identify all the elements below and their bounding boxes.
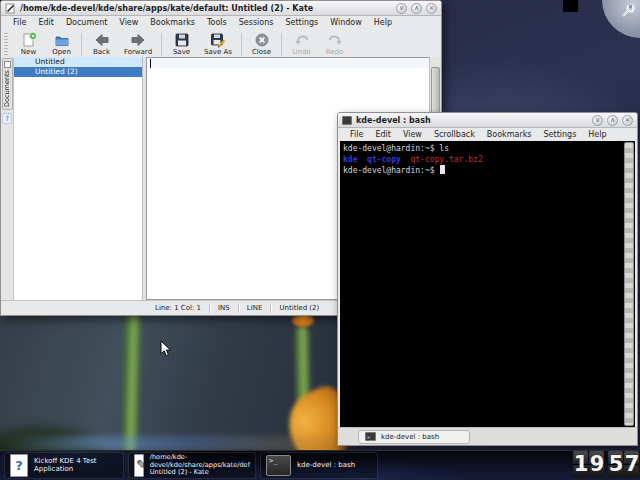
clock-digit: 5 bbox=[608, 451, 623, 478]
konsole-menubar: File Edit View Scrollback Bookmarks Sett… bbox=[338, 128, 637, 142]
terminal-prompt: kde-devel@hardin:~$ bbox=[343, 166, 439, 175]
konsole-tabbar: >_ kde-devel : bash bbox=[338, 427, 637, 445]
save-as-floppy-pencil-icon bbox=[210, 32, 226, 48]
scroll-up-arrow-icon[interactable] bbox=[430, 57, 441, 66]
menu-view[interactable]: View bbox=[113, 18, 144, 27]
terminal-text: kde-devel@hardin:~$ ls kde qt-copy qt-co… bbox=[340, 141, 623, 427]
terminal-area[interactable]: kde-devel@hardin:~$ ls kde qt-copy qt-co… bbox=[340, 141, 635, 427]
menu-document[interactable]: Document bbox=[60, 18, 113, 27]
menu-bookmarks[interactable]: Bookmarks bbox=[144, 18, 201, 27]
menu-help[interactable]: Help bbox=[582, 130, 612, 139]
menu-sessions[interactable]: Sessions bbox=[233, 18, 280, 27]
menu-settings[interactable]: Settings bbox=[279, 18, 324, 27]
task-label: kde-devel : bash bbox=[297, 462, 355, 470]
konsole-window: kde-devel : bash ∨ ∧ × File Edit View Sc… bbox=[337, 112, 638, 446]
document-list-item[interactable]: Untitled bbox=[14, 57, 142, 67]
toolbar-drag-handle[interactable] bbox=[4, 33, 8, 56]
clock-digit: 1 bbox=[573, 451, 588, 478]
close-document-button[interactable]: Close bbox=[245, 32, 278, 56]
black-notch bbox=[563, 0, 578, 12]
terminal-block-cursor bbox=[440, 165, 445, 174]
plasma-panel: ? Kickoff KDE 4 Test Application ✎ /home… bbox=[0, 450, 640, 480]
close-button[interactable]: × bbox=[622, 115, 633, 126]
maximize-button[interactable]: ∧ bbox=[607, 115, 618, 126]
menu-settings[interactable]: Settings bbox=[538, 130, 583, 139]
session-tab-label: kde-devel : bash bbox=[381, 433, 439, 441]
statusbar-line-mode: LINE bbox=[239, 304, 271, 312]
terminal-scrollbar-thumb[interactable] bbox=[624, 142, 634, 426]
kate-toolbar: New Open Back Forward bbox=[1, 30, 441, 58]
task-label: Application bbox=[34, 466, 97, 474]
terminal-archive-file: qt-copy.tar.bz2 bbox=[410, 155, 482, 164]
kate-titlebar[interactable]: /home/kde-devel/kde/share/apps/kate/defa… bbox=[1, 1, 441, 16]
menu-edit[interactable]: Edit bbox=[32, 18, 60, 27]
toolbar-label: Redo bbox=[326, 48, 344, 56]
menu-edit[interactable]: Edit bbox=[369, 130, 397, 139]
konsole-titlebar[interactable]: kde-devel : bash ∨ ∧ × bbox=[338, 113, 637, 128]
task-label: Untitled (2) - Kate bbox=[150, 469, 250, 477]
toolbar-separator bbox=[241, 33, 242, 56]
konsole-window-title: kde-devel : bash bbox=[356, 116, 431, 125]
menu-file[interactable]: File bbox=[344, 130, 369, 139]
current-line-highlight bbox=[147, 58, 429, 68]
taskbar-item-konsole[interactable]: >_ kde-devel : bash bbox=[260, 452, 378, 479]
toolbar-label: Forward bbox=[124, 48, 152, 56]
menu-tools[interactable]: Tools bbox=[201, 18, 233, 27]
menu-help[interactable]: Help bbox=[368, 18, 398, 27]
toolbar-separator bbox=[281, 33, 282, 56]
save-as-button[interactable]: Save As bbox=[198, 32, 238, 56]
taskbar-item-kickoff[interactable]: ? Kickoff KDE 4 Test Application bbox=[4, 452, 124, 479]
scrollbar-thumb[interactable] bbox=[431, 67, 440, 113]
terminal-scrollbar[interactable] bbox=[623, 141, 635, 427]
kate-app-icon bbox=[5, 3, 16, 14]
toolbar-label: Close bbox=[252, 48, 271, 56]
session-tab[interactable]: >_ kde-devel : bash bbox=[358, 430, 470, 444]
toolbar-separator bbox=[161, 33, 162, 56]
konsole-app-icon bbox=[342, 116, 352, 125]
document-list: Untitled Untitled (2) bbox=[14, 57, 143, 300]
menu-scrollback[interactable]: Scrollback bbox=[428, 130, 481, 139]
open-folder-icon bbox=[54, 32, 70, 48]
toolbar-label: Save bbox=[173, 48, 190, 56]
toolbar-label: Save As bbox=[204, 48, 232, 56]
documents-icon bbox=[4, 61, 11, 68]
menu-window[interactable]: Window bbox=[324, 18, 368, 27]
document-list-item-selected[interactable]: Untitled (2) bbox=[14, 67, 142, 77]
question-glyph: ? bbox=[11, 455, 27, 477]
clock-digit: 9 bbox=[589, 451, 604, 478]
menu-view[interactable]: View bbox=[397, 130, 428, 139]
kate-left-sidebar: Documents ? bbox=[1, 57, 14, 300]
sidebar-tab-documents[interactable]: Documents bbox=[2, 58, 13, 110]
menu-file[interactable]: File bbox=[7, 18, 32, 27]
statusbar-position: Line: 1 Col: 1 bbox=[147, 304, 209, 312]
statusbar-document-name: Untitled (2) bbox=[271, 304, 327, 312]
terminal-dir-kde: kde bbox=[343, 155, 357, 164]
digital-clock: 1 9 5 7 bbox=[573, 451, 639, 478]
shade-button[interactable]: ∨ bbox=[396, 3, 407, 14]
toolbar-separator bbox=[81, 33, 82, 56]
close-button[interactable]: × bbox=[426, 3, 437, 14]
wrench-icon bbox=[619, 4, 635, 20]
new-button[interactable]: New bbox=[12, 32, 45, 56]
back-arrow-icon bbox=[94, 32, 110, 48]
taskbar-item-kate[interactable]: ✎ /home/kde- devel/kde/share/apps/kate/d… bbox=[128, 452, 256, 479]
wallpaper-blue-streak bbox=[0, 436, 340, 451]
mouse-cursor bbox=[160, 340, 172, 361]
maximize-button[interactable]: ∧ bbox=[411, 3, 422, 14]
forward-arrow-icon bbox=[130, 32, 146, 48]
shade-button[interactable]: ∨ bbox=[592, 115, 603, 126]
text-caret bbox=[150, 59, 151, 68]
sidebar-tab-label: Documents bbox=[3, 70, 11, 107]
save-button[interactable]: Save bbox=[165, 32, 198, 56]
back-button[interactable]: Back bbox=[85, 32, 118, 56]
toolbar-label: New bbox=[21, 48, 36, 56]
open-button[interactable]: Open bbox=[45, 32, 78, 56]
sidebar-help-button[interactable]: ? bbox=[2, 113, 12, 124]
terminal-dir-qt-copy: qt-copy bbox=[367, 155, 401, 164]
toolbar-label: Back bbox=[93, 48, 110, 56]
redo-button: Redo bbox=[318, 32, 351, 56]
terminal-line-1: kde-devel@hardin:~$ ls bbox=[343, 144, 449, 153]
forward-button[interactable]: Forward bbox=[118, 32, 158, 56]
undo-button: Undo bbox=[285, 32, 318, 56]
menu-bookmarks[interactable]: Bookmarks bbox=[481, 130, 538, 139]
